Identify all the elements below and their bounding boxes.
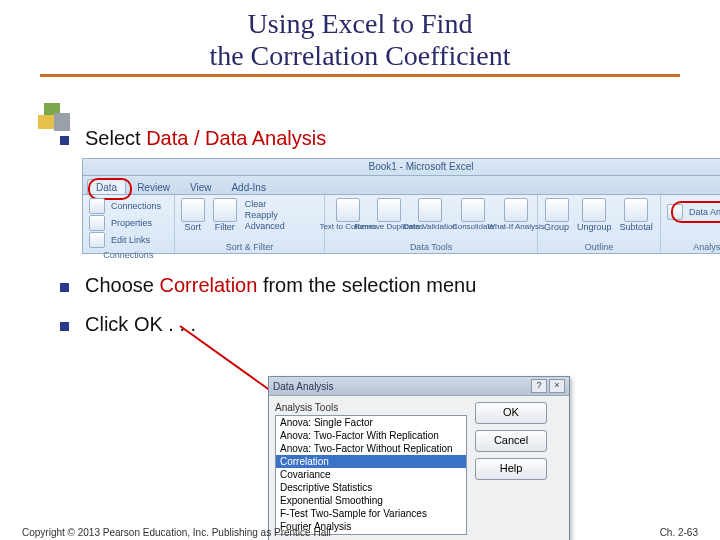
bullet-2-text: Choose Correlation from the selection me…: [85, 274, 476, 297]
ribbon-body: Connections Properties Edit Links Connec…: [82, 194, 720, 254]
subtotal-button: Subtotal: [620, 222, 653, 232]
bullet-1-text: Select Data / Data Analysis: [85, 127, 326, 150]
window-title: Book1 - Microsoft Excel: [82, 158, 720, 175]
group-label: Analysis: [667, 242, 720, 252]
clear-button[interactable]: Clear: [245, 199, 285, 209]
whatif-icon[interactable]: [504, 198, 528, 222]
group-connections: Connections Properties Edit Links Connec…: [83, 195, 175, 253]
subtotal-icon[interactable]: [624, 198, 648, 222]
bullet-3: Click OK . . .: [60, 313, 720, 336]
analysis-tools-label: Analysis Tools: [275, 402, 467, 413]
bullet-2-pre: Choose: [85, 274, 160, 296]
data-analysis-dialog: Data Analysis ? × Analysis Tools Anova: …: [268, 376, 570, 540]
whatif-button: What-If Analysis: [487, 222, 544, 231]
list-item[interactable]: Anova: Two-Factor With Replication: [276, 429, 466, 442]
ok-button[interactable]: OK: [475, 402, 547, 424]
group-outline: Group Ungroup Subtotal Outline: [538, 195, 661, 253]
group-label: Sort & Filter: [181, 242, 318, 252]
data-validation-button: Data Validation: [403, 222, 457, 231]
ungroup-icon[interactable]: [582, 198, 606, 222]
remove-duplicates-icon[interactable]: [377, 198, 401, 222]
bullet-2: Choose Correlation from the selection me…: [60, 274, 720, 297]
slide-title: Using Excel to Find the Correlation Coef…: [0, 8, 720, 72]
bullet-2-post: from the selection menu: [257, 274, 476, 296]
group-data-tools: Text to Columns Remove Duplicates Data V…: [325, 195, 538, 253]
bullet-1-emphasis: Data / Data Analysis: [146, 127, 326, 149]
data-analysis-icon: [667, 204, 683, 220]
footer: Copyright © 2013 Pearson Education, Inc.…: [22, 527, 698, 538]
tab-data-label: Data: [96, 182, 117, 193]
bullet-icon: [60, 283, 69, 292]
connections-icon: [89, 198, 105, 214]
tab-view[interactable]: View: [181, 179, 221, 194]
group-label: Outline: [544, 242, 654, 252]
edit-links-icon: [89, 232, 105, 248]
group-button: Group: [544, 222, 569, 232]
slide: Using Excel to Find the Correlation Coef…: [0, 8, 720, 540]
bullet-3-text: Click OK . . .: [85, 313, 196, 336]
title-line-2: the Correlation Coefficient: [209, 40, 510, 71]
bullet-2-emphasis: Correlation: [160, 274, 258, 296]
list-item[interactable]: Exponential Smoothing: [276, 494, 466, 507]
sort-button: Sort: [184, 222, 201, 232]
analysis-tools-listbox[interactable]: Anova: Single FactorAnova: Two-Factor Wi…: [275, 415, 467, 535]
group-label: Data Tools: [331, 242, 531, 252]
consolidate-icon[interactable]: [461, 198, 485, 222]
properties-icon: [89, 215, 105, 231]
excel-ribbon-screenshot: Book1 - Microsoft Excel Data Review View…: [82, 158, 720, 254]
group-sort-filter: Sort Filter Clear Reapply Advanced Sort …: [175, 195, 325, 253]
text-to-columns-icon[interactable]: [336, 198, 360, 222]
page-number: Ch. 2-63: [660, 527, 698, 538]
edit-links-button[interactable]: Edit Links: [111, 235, 150, 245]
group-analysis: Data Analysis Analysis: [661, 195, 720, 253]
group-icon[interactable]: [545, 198, 569, 222]
title-underline: [40, 74, 680, 77]
close-icon[interactable]: ×: [549, 379, 565, 393]
properties-button[interactable]: Properties: [111, 218, 152, 228]
bullet-icon: [60, 322, 69, 331]
bullet-icon: [60, 136, 69, 145]
tab-data[interactable]: Data: [87, 179, 126, 194]
connections-button[interactable]: Connections: [111, 201, 161, 211]
advanced-button[interactable]: Advanced: [245, 221, 285, 231]
filter-button: Filter: [215, 222, 235, 232]
tab-review[interactable]: Review: [128, 179, 179, 194]
list-item[interactable]: Anova: Single Factor: [276, 416, 466, 429]
sort-icon[interactable]: [181, 198, 205, 222]
title-line-1: Using Excel to Find: [248, 8, 473, 39]
bullet-1-pre: Select: [85, 127, 146, 149]
list-item[interactable]: Correlation: [276, 455, 466, 468]
bullet-1: Select Data / Data Analysis: [60, 127, 720, 150]
data-validation-icon[interactable]: [418, 198, 442, 222]
list-item[interactable]: Anova: Two-Factor Without Replication: [276, 442, 466, 455]
list-item[interactable]: F-Test Two-Sample for Variances: [276, 507, 466, 520]
dialog-title: Data Analysis: [273, 381, 334, 392]
help-icon[interactable]: ?: [531, 379, 547, 393]
filter-icon[interactable]: [213, 198, 237, 222]
tab-addins[interactable]: Add-Ins: [222, 179, 274, 194]
help-button[interactable]: Help: [475, 458, 547, 480]
dialog-titlebar: Data Analysis ? ×: [269, 377, 569, 396]
ribbon-tabs: Data Review View Add-Ins: [82, 175, 720, 194]
copyright-text: Copyright © 2013 Pearson Education, Inc.…: [22, 527, 331, 538]
decorative-blocks-icon: [38, 103, 74, 137]
list-item[interactable]: Covariance: [276, 468, 466, 481]
group-label: Connections: [89, 250, 168, 260]
bullet-list: Select Data / Data Analysis Book1 - Micr…: [60, 127, 720, 336]
reapply-button[interactable]: Reapply: [245, 210, 285, 220]
data-analysis-button[interactable]: Data Analysis: [689, 207, 720, 217]
ungroup-button: Ungroup: [577, 222, 612, 232]
cancel-button[interactable]: Cancel: [475, 430, 547, 452]
list-item[interactable]: Descriptive Statistics: [276, 481, 466, 494]
